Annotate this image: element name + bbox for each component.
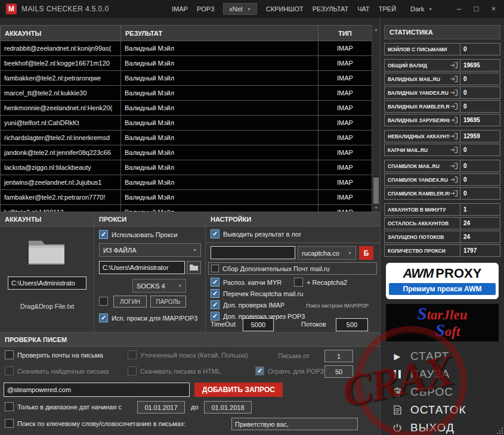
menu-result[interactable]: РЕЗУЛЬТАТ xyxy=(313,5,348,13)
captcha-myr-checkbox[interactable] xyxy=(211,278,219,287)
proxy-auth-checkbox[interactable] xyxy=(99,297,108,306)
exit-button-label: ВЫХОД xyxy=(410,421,454,434)
proxy-folder-button[interactable] xyxy=(187,261,201,274)
proxy-type-dropdown[interactable]: SOCKS 4 ▼ xyxy=(132,279,186,293)
resize-grip[interactable] xyxy=(496,427,503,434)
date-from-input[interactable] xyxy=(137,401,185,414)
letters-from-input[interactable] xyxy=(324,350,353,362)
timeout-input[interactable] xyxy=(243,318,274,331)
table-row[interactable]: fambakker@tele2.nl:petraron7770! Валидны… xyxy=(1,190,372,205)
minimize-button[interactable]: – xyxy=(451,2,467,15)
pop3-limit-checkbox[interactable] xyxy=(255,366,264,375)
table-row[interactable]: jentwins@zeelandnet.nl:Jujubus1 Валидный… xyxy=(1,175,372,190)
date-to-input[interactable] xyxy=(204,401,252,414)
proxy-login-field[interactable]: ЛОГИН xyxy=(113,296,147,307)
proxy-source-dropdown[interactable]: ИЗ ФАЙЛА ▼ xyxy=(99,243,201,257)
table-row[interactable]: jandonk@tele2.nl:jennifer08q223c66 Валид… xyxy=(1,145,372,160)
keyword-input[interactable] xyxy=(231,418,358,430)
proxy-path-input[interactable] xyxy=(99,261,185,274)
use-proxy-checkbox[interactable] xyxy=(99,230,108,239)
proxy-for-imap-pop3-checkbox[interactable] xyxy=(99,313,108,322)
captcha-balance-button[interactable]: Б xyxy=(359,246,373,260)
table-row[interactable]: richardslagter@tele2.nl:innerkremsd Вали… xyxy=(1,130,372,145)
reset-button[interactable]: СБРОС xyxy=(384,384,500,400)
column-header-type[interactable]: ТИП xyxy=(319,26,372,41)
stat-label: ЗАПУЩЕНО ПОТОКОВ xyxy=(388,234,450,240)
pop3-extra-check-checkbox[interactable] xyxy=(211,312,219,321)
download-letters-checkbox[interactable] xyxy=(5,366,14,375)
scrollbar-thumb[interactable] xyxy=(373,178,379,204)
table-row[interactable]: yuni@telfort.nl:CahDRkKt Валидный Мэйл I… xyxy=(1,116,372,130)
letters-from-label: Письма от xyxy=(278,352,310,359)
recaptcha2-checkbox[interactable] xyxy=(294,278,303,287)
start-button[interactable]: ▶ СТАРТ xyxy=(384,348,500,364)
menu-tray[interactable]: ТРЕЙ xyxy=(379,5,396,13)
table-row[interactable]: henkmonnie@zeelandnet.nl:Henk20( Валидны… xyxy=(1,101,372,116)
table-scrollbar[interactable]: ▲ ▼ xyxy=(372,25,380,212)
column-header-result[interactable]: РЕЗУЛЬТАТ xyxy=(121,26,319,41)
threads-input[interactable] xyxy=(336,318,368,331)
exit-button[interactable]: ВЫХОД xyxy=(384,420,500,435)
refined-search-checkbox[interactable] xyxy=(128,350,137,359)
menu-pop3[interactable]: POP3 xyxy=(197,5,214,13)
scroll-down-icon[interactable]: ▼ xyxy=(372,203,380,212)
table-row[interactable]: marcel_tt@tele2.nl:kukkie30 Валидный Мэй… xyxy=(1,86,372,101)
export-icon[interactable] xyxy=(450,176,458,184)
recheck-recaptcha-checkbox[interactable] xyxy=(211,289,219,298)
collect-mail-checkbox[interactable] xyxy=(211,265,219,272)
export-icon[interactable] xyxy=(450,62,458,69)
table-row[interactable]: lackota@ziggo.nl:blackbeauty Валидный Мэ… xyxy=(1,160,372,175)
stat-value: 1 xyxy=(460,203,500,216)
column-header-accounts[interactable]: АККАУНТЫ xyxy=(1,26,121,41)
close-button[interactable]: × xyxy=(486,2,502,15)
folder-icon[interactable] xyxy=(26,236,67,269)
settings-panel-title: НАСТРОЙКИ xyxy=(206,212,380,226)
results-table-clip: АККАУНТЫ РЕЗУЛЬТАТ ТИП redrabbit@zeeland… xyxy=(0,25,372,212)
awm-tagline: Премиум прокси AWM xyxy=(389,283,496,295)
table-row[interactable]: beekhof@tele2.nl:kogge16671m120 Валидный… xyxy=(1,56,372,71)
table-row[interactable]: lv@tele2.nl:1490113 Валидный Мэйл IMAP xyxy=(1,205,372,212)
export-icon[interactable] xyxy=(450,117,458,124)
remainder-button[interactable]: ОСТАТОК xyxy=(384,402,500,418)
maximize-button[interactable]: □ xyxy=(468,2,484,15)
stat-value: 24 xyxy=(460,217,500,229)
stat-label: ОСТАЛОСЬ АККАУНТОВ xyxy=(388,220,450,226)
pop3-limit-input[interactable] xyxy=(324,365,353,378)
theme-dropdown[interactable]: Dark ▼ xyxy=(405,4,438,14)
search-query-input[interactable] xyxy=(4,383,190,397)
add-query-button[interactable]: ДОБАВИТЬ ЗАПРОС xyxy=(194,383,283,397)
download-html-checkbox[interactable] xyxy=(128,366,137,375)
captcha-key-input[interactable] xyxy=(211,246,295,259)
captcha-service-dropdown[interactable]: rucaptcha.co ▼ xyxy=(298,246,356,260)
date-range-checkbox[interactable] xyxy=(5,402,14,411)
export-icon[interactable] xyxy=(450,190,458,197)
imap-extra-check-checkbox[interactable] xyxy=(211,300,219,309)
export-icon[interactable] xyxy=(450,89,458,97)
keyword-search-checkbox[interactable] xyxy=(5,419,14,428)
awm-proxy-banner[interactable]: AWMPROXY Премиум прокси AWM xyxy=(386,263,499,299)
proxy-password-field[interactable]: ПАРОЛЬ xyxy=(150,296,186,307)
table-row[interactable]: fambakker@tele2.nl:petraronqwe Валидный … xyxy=(1,71,372,86)
menu-imap[interactable]: IMAP xyxy=(172,5,188,13)
export-icon[interactable] xyxy=(450,133,458,140)
accounts-path-input[interactable] xyxy=(8,276,86,290)
check-letters-checkbox[interactable] xyxy=(5,350,14,359)
log-output-checkbox[interactable] xyxy=(211,229,219,238)
table-row[interactable]: redrabbit@zeelandnet.nl:konijn99as( Вали… xyxy=(1,41,372,56)
scroll-up-icon[interactable]: ▲ xyxy=(372,25,380,33)
stat-label: СПАМБЛОК MAIL.RU xyxy=(388,163,450,169)
results-table: АККАУНТЫ РЕЗУЛЬТАТ ТИП redrabbit@zeeland… xyxy=(0,25,372,212)
results-table-body: redrabbit@zeelandnet.nl:konijn99as( Вали… xyxy=(1,41,372,212)
export-icon[interactable] xyxy=(450,76,458,83)
xnet-dropdown[interactable]: xNet ▼ xyxy=(223,3,257,15)
menu-chat[interactable]: ЧАТ xyxy=(357,5,370,13)
download-letters-label: Скачивать найденные письма xyxy=(17,368,109,375)
export-icon[interactable] xyxy=(450,147,458,154)
pause-button[interactable]: ПАУЗА xyxy=(384,366,500,382)
export-icon[interactable] xyxy=(450,163,458,170)
download-html-label: Скачивать письма в HTML xyxy=(140,368,221,375)
menu-screenshot[interactable]: СКРИНШОТ xyxy=(266,5,304,13)
app-logo-letter: M xyxy=(8,5,14,13)
starjleu-soft-logo[interactable]: StarJleu Soft xyxy=(386,304,499,341)
export-icon[interactable] xyxy=(450,103,458,110)
